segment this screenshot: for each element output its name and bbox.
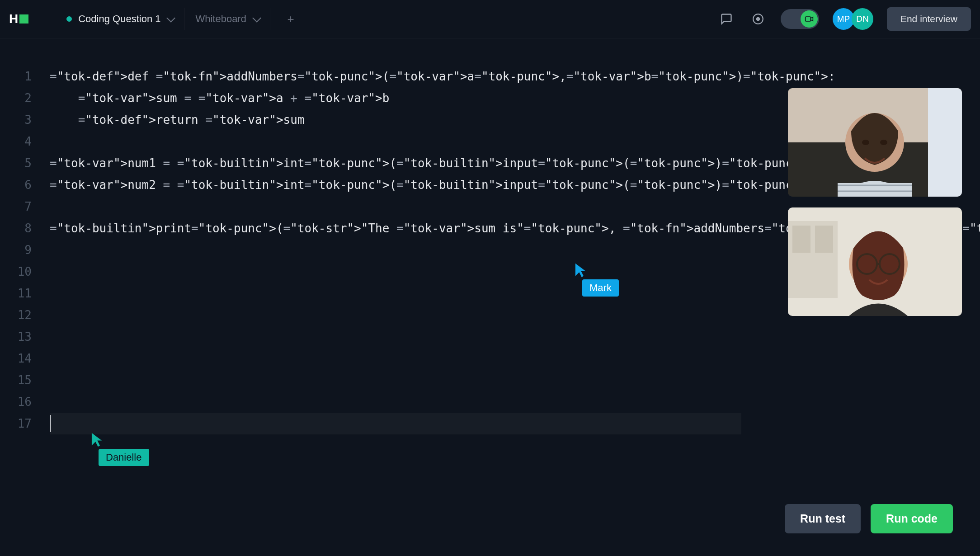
video-feed-2	[788, 207, 962, 316]
svg-rect-5	[928, 88, 962, 197]
svg-rect-2	[806, 17, 811, 21]
run-code-button[interactable]: Run code	[871, 504, 953, 533]
end-interview-button[interactable]: End interview	[887, 7, 971, 31]
line-number: 10	[0, 261, 32, 283]
code-line[interactable]	[50, 348, 741, 369]
line-number: 5	[0, 152, 32, 174]
avatar-group: MP DN	[833, 8, 873, 30]
video-toggle-knob	[801, 10, 818, 28]
add-tab-button[interactable]: +	[279, 8, 302, 30]
cursor-icon	[90, 432, 103, 448]
header: H Coding Question 1 Whiteboard +	[0, 0, 980, 38]
line-number: 12	[0, 304, 32, 326]
logo-letter: H	[9, 12, 18, 26]
code-line[interactable]: ="tok-def">def ="tok-fn">addNumbers="tok…	[50, 66, 741, 87]
line-number: 4	[0, 131, 32, 152]
svg-point-8	[880, 140, 887, 145]
code-line[interactable]: ="tok-var">sum = ="tok-var">a + ="tok-va…	[50, 87, 741, 109]
video-feed-1	[788, 88, 962, 197]
line-number: 9	[0, 239, 32, 261]
line-number: 7	[0, 196, 32, 217]
tabs: Coding Question 1 Whiteboard +	[56, 8, 302, 30]
gutter: 1234567891011121314151617	[0, 66, 50, 434]
code-line[interactable]: ="tok-var">num2 = ="tok-builtin">int="to…	[50, 174, 741, 196]
record-icon	[752, 13, 764, 25]
record-button[interactable]	[749, 10, 767, 28]
tab-coding-question[interactable]: Coding Question 1	[56, 8, 184, 30]
avatar-dn[interactable]: DN	[852, 8, 873, 30]
cursor-icon	[574, 262, 587, 278]
code-line[interactable]	[50, 196, 741, 217]
video-tile-2[interactable]	[788, 207, 962, 316]
code-line[interactable]	[50, 391, 741, 413]
line-number: 8	[0, 217, 32, 239]
code-area[interactable]: ="tok-def">def ="tok-fn">addNumbers="tok…	[50, 66, 741, 434]
code-line[interactable]	[50, 304, 741, 326]
chat-icon	[720, 13, 733, 25]
line-number: 6	[0, 174, 32, 196]
chevron-down-icon[interactable]	[167, 14, 176, 23]
plus-icon: +	[287, 12, 294, 26]
cursor-label: Danielle	[99, 449, 149, 466]
cursor-label: Mark	[582, 279, 619, 297]
avatar-mp[interactable]: MP	[833, 8, 854, 30]
remote-cursor-danielle: Danielle	[90, 432, 103, 448]
header-controls: MP DN End interview	[717, 7, 971, 31]
line-number: 1	[0, 66, 32, 87]
svg-rect-15	[815, 226, 833, 253]
line-number: 3	[0, 109, 32, 131]
tab-label: Coding Question 1	[78, 13, 160, 25]
code-line[interactable]	[50, 131, 741, 152]
video-toggle[interactable]	[781, 9, 819, 29]
code-line[interactable]: ="tok-builtin">print="tok-punc">(="tok-s…	[50, 217, 741, 239]
line-number: 14	[0, 348, 32, 369]
tab-whiteboard[interactable]: Whiteboard	[184, 8, 270, 30]
video-panel	[788, 88, 962, 316]
code-line[interactable]: ="tok-def">return ="tok-var">sum	[50, 109, 741, 131]
svg-rect-14	[792, 226, 810, 253]
code-line[interactable]	[50, 369, 741, 391]
logo: H	[9, 12, 28, 26]
tab-label: Whiteboard	[195, 13, 246, 25]
footer-actions: Run test Run code	[785, 504, 953, 533]
code-line[interactable]: ="tok-var">num1 = ="tok-builtin">int="to…	[50, 152, 741, 174]
video-icon	[805, 14, 814, 24]
logo-block	[19, 14, 28, 24]
code-line[interactable]	[50, 239, 741, 261]
line-number: 13	[0, 326, 32, 348]
line-number: 2	[0, 87, 32, 109]
chevron-down-icon[interactable]	[252, 14, 261, 23]
code-line[interactable]	[50, 326, 741, 348]
svg-point-1	[757, 18, 760, 21]
video-tile-1[interactable]	[788, 88, 962, 197]
remote-cursor-mark: Mark	[574, 262, 587, 278]
svg-point-7	[862, 140, 869, 145]
chat-button[interactable]	[717, 10, 735, 28]
avatar-initials: MP	[837, 14, 850, 24]
status-dot-icon	[66, 16, 72, 22]
avatar-initials: DN	[856, 14, 868, 24]
line-number: 11	[0, 283, 32, 304]
code-line[interactable]	[50, 283, 741, 304]
line-number: 17	[0, 413, 32, 434]
run-test-button[interactable]: Run test	[785, 504, 861, 533]
line-number: 16	[0, 391, 32, 413]
line-number: 15	[0, 369, 32, 391]
code-line[interactable]	[50, 261, 741, 283]
